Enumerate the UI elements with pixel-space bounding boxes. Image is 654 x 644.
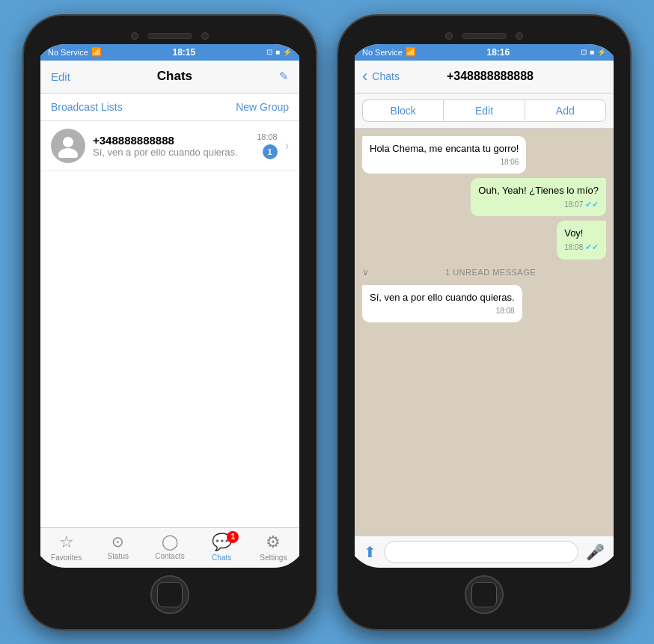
mic-button[interactable]: 🎤 [583, 542, 608, 562]
home-button-inner-1 [157, 582, 183, 607]
message-time-3: 18:08 ✔✔ [564, 242, 599, 253]
message-time-4: 18:08 [370, 306, 515, 316]
chat-meta: 18:08 1 [257, 132, 278, 159]
speaker-1 [147, 33, 192, 39]
tab-contacts[interactable]: ◯ Contacts [151, 533, 189, 562]
message-received-2: Sí, ven a por ello cuando quieras. 18:08 [362, 285, 522, 322]
status-bar-2: No Service 📶 18:16 ⊡ ■ ⚡ [355, 44, 614, 61]
home-button-inner-2 [471, 582, 497, 607]
edit-button[interactable]: Edit [51, 70, 70, 83]
chat-nav: ‹ Chats +348888888888 [355, 61, 614, 93]
compose-button[interactable]: ✎ [279, 70, 289, 83]
status-left-1: No Service 📶 [48, 47, 102, 57]
message-text-3: Voy! [564, 227, 599, 240]
no-service-text-1: No Service [48, 48, 88, 57]
chat-name: +348888888888 [93, 134, 249, 147]
unread-badge: 1 [263, 144, 278, 159]
svg-point-0 [63, 137, 73, 147]
new-group-link[interactable]: New Group [236, 101, 289, 113]
unread-divider: ∨ 1 UNREAD MESSAGE [362, 264, 606, 280]
wifi-icon-1: 📶 [91, 47, 102, 57]
back-chats-label[interactable]: Chats [372, 70, 400, 82]
phone-top-2 [445, 25, 523, 44]
star-icon: ☆ [59, 533, 74, 552]
avatar-icon [56, 134, 80, 158]
no-service-text-2: No Service [362, 48, 403, 57]
contact-title: +348888888888 [404, 70, 576, 83]
settings-icon: ⚙ [266, 533, 281, 552]
tab-status[interactable]: ⊙ Status [100, 533, 137, 562]
battery-text-1: ■ [275, 48, 280, 56]
chat-list: +348888888888 Sí, ven a por ello cuando … [40, 121, 299, 527]
camera-4 [516, 32, 523, 40]
message-input[interactable] [384, 541, 578, 563]
camera-3 [445, 32, 453, 40]
upload-button[interactable]: ⬆ [361, 542, 379, 562]
phone-2: No Service 📶 18:16 ⊡ ■ ⚡ ‹ Chats +348888… [338, 16, 630, 629]
camera-1 [131, 32, 138, 40]
status-icon: ⊙ [111, 533, 124, 551]
chats-badge: 1 [227, 531, 239, 543]
bolt-icon-2: ⚡ [597, 48, 606, 56]
bolt-icon-1: ⚡ [283, 48, 292, 56]
phone-inner-1: No Service 📶 18:15 ⊡ ■ ⚡ Edit Chats ✎ Br… [33, 44, 307, 568]
message-sent-2: Voy! 18:08 ✔✔ [557, 221, 606, 260]
message-time-2: 18:07 ✔✔ [478, 199, 599, 210]
message-text-1: Hola Chema, me encanta tu gorro! [370, 142, 519, 156]
wifi-icon-2: 📶 [406, 47, 416, 57]
status-bar-1: No Service 📶 18:15 ⊡ ■ ⚡ [40, 44, 299, 61]
tab-settings[interactable]: ⚙ Settings [254, 533, 292, 562]
double-tick-icon-2: ✔✔ [585, 242, 599, 251]
phone-top-1 [131, 25, 209, 44]
chats-title: Chats [157, 69, 192, 84]
tab-chats-label: Chats [212, 553, 231, 562]
tab-bar: ☆ Favorites ⊙ Status ◯ Contacts 💬 1 Chat… [40, 527, 299, 568]
home-button-1[interactable] [150, 575, 189, 614]
add-button[interactable]: Add [525, 99, 606, 122]
status-time-2: 18:16 [487, 47, 510, 58]
battery-icon-1: ⊡ [266, 48, 272, 56]
status-right-1: ⊡ ■ ⚡ [266, 48, 292, 56]
battery-text-2: ■ [590, 48, 594, 56]
sub-header: Broadcast Lists New Group [40, 93, 299, 121]
tab-contacts-label: Contacts [155, 552, 184, 560]
tab-favorites[interactable]: ☆ Favorites [48, 533, 85, 562]
avatar [51, 129, 85, 163]
chat-preview: Sí, ven a por ello cuando quieras. [93, 147, 249, 158]
contacts-icon: ◯ [162, 533, 178, 551]
status-time-1: 18:15 [173, 47, 196, 58]
home-button-2[interactable] [465, 575, 504, 614]
message-text-4: Sí, ven a por ello cuando quieras. [370, 291, 515, 304]
message-received-1: Hola Chema, me encanta tu gorro! 18:06 [362, 136, 526, 174]
unread-label: 1 UNREAD MESSAGE [375, 268, 606, 277]
block-button[interactable]: Block [362, 99, 443, 122]
chat-item[interactable]: +348888888888 Sí, ven a por ello cuando … [40, 121, 299, 171]
status-left-2: No Service 📶 [362, 47, 416, 57]
input-bar: ⬆ 🎤 [355, 536, 614, 568]
tab-status-label: Status [108, 552, 129, 560]
speaker-2 [462, 33, 507, 39]
status-right-2: ⊡ ■ ⚡ [581, 48, 606, 56]
unread-chevron-icon: ∨ [362, 267, 369, 277]
tab-chats[interactable]: 💬 1 Chats [203, 533, 240, 562]
message-time-1: 18:06 [370, 157, 519, 168]
nav-bar-1: Edit Chats ✎ [40, 61, 299, 93]
broadcast-lists-link[interactable]: Broadcast Lists [51, 101, 123, 113]
messages-area: Hola Chema, me encanta tu gorro! 18:06 O… [355, 129, 614, 536]
contact-actions: Block Edit Add [355, 93, 614, 129]
screen-1: No Service 📶 18:15 ⊡ ■ ⚡ Edit Chats ✎ Br… [40, 44, 299, 568]
tab-favorites-label: Favorites [51, 553, 82, 562]
phone-1: No Service 📶 18:15 ⊡ ■ ⚡ Edit Chats ✎ Br… [24, 16, 316, 629]
camera-2 [201, 32, 209, 40]
edit-contact-button[interactable]: Edit [443, 99, 524, 122]
message-text-2: Ouh, Yeah! ¿Tienes lo mío? [478, 184, 599, 197]
phone-inner-2: No Service 📶 18:16 ⊡ ■ ⚡ ‹ Chats +348888… [347, 44, 621, 568]
tab-settings-label: Settings [260, 553, 287, 562]
back-chevron-icon[interactable]: ‹ [362, 68, 367, 85]
message-sent-1: Ouh, Yeah! ¿Tienes lo mío? 18:07 ✔✔ [471, 178, 606, 217]
svg-point-1 [58, 148, 78, 158]
double-tick-icon-1: ✔✔ [585, 200, 599, 209]
chat-time: 18:08 [257, 132, 278, 141]
battery-icon-2: ⊡ [581, 48, 587, 56]
screen-2: No Service 📶 18:16 ⊡ ■ ⚡ ‹ Chats +348888… [355, 44, 614, 568]
